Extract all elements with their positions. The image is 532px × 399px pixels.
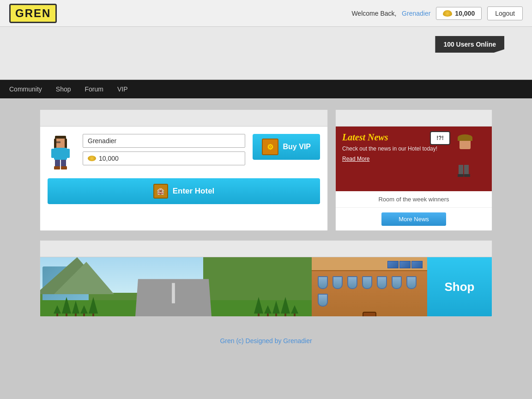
logout-button[interactable]: Logout — [487, 6, 523, 20]
pine-tree — [89, 297, 98, 314]
solar-panel — [387, 261, 399, 268]
footer: Gren (c) Designed by Grenadier — [0, 328, 532, 354]
pine-tree — [281, 297, 290, 314]
coins-field: 10,000 — [83, 151, 245, 165]
landscape-area — [40, 257, 312, 316]
window — [392, 276, 402, 289]
header-right: Welcome Back, Grenadier 10,000 Logout — [351, 6, 523, 20]
buy-vip-button[interactable]: ⚙ Buy VIP — [253, 134, 320, 160]
vip-icon: ⚙ — [262, 139, 278, 155]
right-panel: Latest News Check out the news in our Ho… — [335, 109, 492, 231]
bottom-banner-header — [40, 241, 492, 257]
logo[interactable]: GREN — [9, 4, 57, 23]
avatar — [48, 134, 73, 171]
nav-item-forum[interactable]: Forum — [85, 84, 103, 95]
left-panel-header — [40, 110, 327, 127]
coins-field-icon — [88, 156, 96, 161]
pine-tree — [80, 305, 88, 314]
window — [406, 276, 417, 289]
right-actions: ⚙ Buy VIP — [253, 134, 320, 165]
enter-hotel-button[interactable]: 🏨 Enter Hotel — [48, 178, 320, 204]
nav-item-vip[interactable]: VIP — [117, 84, 128, 95]
news-character — [441, 138, 487, 189]
bottom-banner: Shop — [40, 240, 492, 317]
door — [363, 312, 376, 317]
header: GREN Welcome Back, Grenadier 10,000 Logo… — [0, 0, 532, 27]
window — [347, 276, 357, 289]
pine-tree — [62, 297, 71, 314]
solar-panels — [387, 261, 423, 268]
banner-content: Shop — [40, 257, 492, 316]
left-panel-body: Grenadier 10,000 ⚙ Buy VIP — [40, 127, 327, 178]
banner-area: 100 Users Online — [0, 27, 532, 80]
welcome-text: Welcome Back, Grenadier — [351, 10, 430, 17]
pine-tree — [264, 305, 272, 314]
more-news-button[interactable]: More News — [381, 212, 446, 226]
user-info-section: Grenadier 10,000 — [83, 134, 245, 169]
footer-link[interactable]: Gren (c) Designed by Grenadier — [220, 337, 312, 345]
window — [362, 276, 372, 289]
left-panel: Grenadier 10,000 ⚙ Buy VIP — [40, 109, 328, 231]
pine-tree — [54, 305, 61, 314]
pine-tree — [272, 301, 280, 314]
username-link[interactable]: Grenadier — [402, 10, 430, 17]
username-field: Grenadier — [83, 134, 245, 148]
right-panel-header — [336, 110, 492, 127]
avatar-area — [48, 134, 75, 171]
shop-button-text: Shop — [445, 280, 475, 294]
room-of-week-link[interactable]: Room of the week winners — [378, 196, 449, 203]
hotel-icon: 🏨 — [153, 184, 168, 199]
pine-tree — [254, 297, 263, 314]
window — [318, 294, 328, 307]
read-more-link[interactable]: Read More — [342, 156, 369, 162]
coins-badge: 10,000 — [436, 7, 482, 20]
enter-hotel-section: 🏨 Enter Hotel — [40, 178, 327, 212]
logo-text: GREN — [15, 7, 51, 19]
top-section: Grenadier 10,000 ⚙ Buy VIP — [40, 109, 492, 231]
news-banner: Latest News Check out the news in our Ho… — [336, 127, 492, 191]
solar-panel — [411, 261, 423, 268]
pine-tree — [72, 301, 79, 314]
shop-button-area[interactable]: Shop — [427, 257, 492, 316]
window — [332, 276, 343, 289]
road — [135, 279, 212, 316]
solar-panel — [399, 261, 411, 268]
building-roof — [312, 257, 427, 271]
nav-item-shop[interactable]: Shop — [56, 84, 71, 95]
forest-left — [54, 297, 98, 316]
coin-icon — [443, 10, 452, 17]
pine-tree — [291, 305, 298, 314]
main-content: Grenadier 10,000 ⚙ Buy VIP — [35, 98, 497, 328]
windows-row — [312, 271, 427, 312]
window — [377, 276, 387, 289]
nav-item-community[interactable]: Community — [9, 84, 42, 95]
mountains — [40, 257, 114, 294]
room-of-week: Room of the week winners — [336, 191, 492, 208]
users-online-badge: 100 Users Online — [435, 36, 504, 53]
window — [318, 276, 328, 289]
coins-amount: 10,000 — [455, 10, 475, 17]
forest-right — [254, 297, 298, 316]
building-area — [312, 257, 427, 316]
navigation: Community Shop Forum VIP — [0, 80, 532, 98]
